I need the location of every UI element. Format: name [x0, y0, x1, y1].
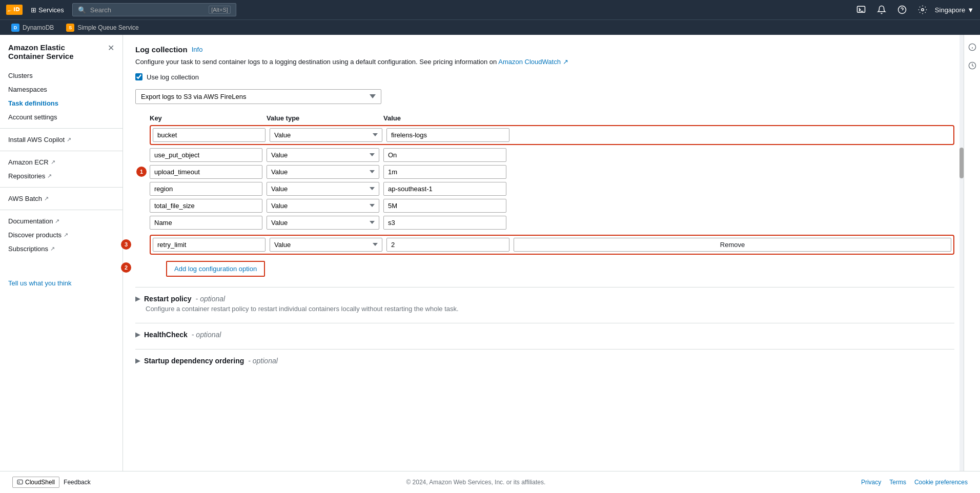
sidebar-item-aws-batch[interactable]: AWS Batch ↗	[0, 192, 122, 206]
sidebar-title-text: Amazon Elastic Container Service	[8, 43, 74, 60]
upload-timeout-value-input[interactable]	[383, 165, 506, 179]
sidebar-item-amazon-ecr[interactable]: Amazon ECR ↗	[0, 155, 122, 169]
repositories-label: Repositories	[8, 172, 45, 180]
aws-batch-label: AWS Batch	[8, 195, 42, 202]
remove-button[interactable]: Remove	[514, 238, 951, 252]
healthcheck-label: HealthCheck	[144, 331, 188, 339]
cookie-preferences-link[interactable]: Cookie preferences	[914, 479, 968, 486]
retry-limit-key-input[interactable]	[153, 238, 266, 252]
startup-dependency-header[interactable]: ▶ Startup dependency ordering - optional	[135, 357, 954, 365]
subscriptions-label: Subscriptions	[8, 245, 48, 253]
sidebar-item-discover-products[interactable]: Discover products ↗	[0, 228, 122, 242]
step1-badge: 1	[136, 167, 147, 177]
info-panel-button[interactable]	[966, 41, 978, 53]
region-button[interactable]: Singapore ▼	[935, 6, 974, 14]
retry-limit-value-type-select[interactable]: Value	[270, 238, 382, 252]
privacy-link[interactable]: Privacy	[861, 479, 881, 486]
footer-feedback-label[interactable]: Feedback	[64, 479, 91, 486]
sidebar-item-account-settings[interactable]: Account settings	[0, 110, 122, 124]
sidebar-item-clusters[interactable]: Clusters	[0, 69, 122, 83]
healthcheck-expand-icon: ▶	[135, 331, 140, 338]
search-shortcut: [Alt+S]	[209, 6, 231, 14]
terms-link[interactable]: Terms	[889, 479, 906, 486]
upload-timeout-key-input[interactable]	[150, 165, 262, 179]
step3-wrapper: 3 Value Remove	[135, 235, 954, 255]
name-key-input[interactable]	[150, 216, 262, 230]
bell-icon-button[interactable]	[873, 2, 890, 18]
log-collection-section: Log collection Info Configure your task …	[135, 45, 954, 365]
restart-policy-expand-icon: ▶	[135, 295, 140, 302]
bucket-key-input[interactable]	[153, 128, 266, 142]
retry-limit-value-input[interactable]	[386, 238, 509, 252]
total-file-size-key-input[interactable]	[150, 199, 262, 213]
sidebar-item-task-definitions[interactable]: Task definitions	[0, 96, 122, 110]
cloudwatch-link[interactable]: Amazon CloudWatch	[498, 58, 561, 66]
upload-timeout-value-type-select[interactable]: Value	[267, 165, 379, 179]
log-collection-info-link[interactable]: Info	[192, 46, 203, 53]
services-button[interactable]: ⊞ Services	[27, 4, 68, 16]
settings-icon-button[interactable]	[914, 2, 931, 18]
feedback-link[interactable]: Tell us what you think	[0, 276, 122, 290]
search-icon: 🔍	[78, 6, 86, 14]
top-navigation: ⊞ Services 🔍 [Alt+S] Singapore ▼	[0, 0, 980, 19]
use-put-object-value-type-select[interactable]: Value	[267, 148, 379, 162]
key-header: Key	[150, 114, 262, 122]
region-value-input[interactable]	[383, 182, 506, 196]
sidebar-item-install-copilot[interactable]: Install AWS Copilot ↗	[0, 133, 122, 147]
add-log-config-button[interactable]: Add log configuration option	[166, 261, 265, 277]
total-file-size-value-input[interactable]	[383, 199, 506, 213]
healthcheck-section: ▶ HealthCheck - optional	[135, 323, 954, 339]
dynamodb-tab-label: DynamoDB	[23, 24, 54, 31]
history-button[interactable]	[966, 59, 978, 72]
sidebar: Amazon Elastic Container Service ✕ Clust…	[0, 35, 123, 493]
region-value-type-select[interactable]: Value	[267, 182, 379, 196]
step1-label: 1	[140, 169, 143, 175]
documentation-label: Documentation	[8, 217, 53, 225]
use-put-object-key-input[interactable]	[150, 148, 262, 162]
bucket-row-highlighted: Value	[150, 125, 954, 145]
name-value-input[interactable]	[383, 216, 506, 230]
sidebar-item-documentation[interactable]: Documentation ↗	[0, 214, 122, 228]
bucket-value-input[interactable]	[386, 128, 509, 142]
external-link-icon-3: ↗	[47, 173, 52, 179]
sidebar-item-namespaces[interactable]: Namespaces	[0, 83, 122, 96]
right-sidebar	[964, 35, 980, 477]
search-bar[interactable]: 🔍 [Alt+S]	[72, 3, 236, 16]
bucket-value-type-select[interactable]: Value	[270, 128, 382, 142]
log-collection-title: Log collection	[135, 45, 188, 54]
kv-header: Key Value type Value	[150, 114, 954, 122]
use-log-collection-row: Use log collection	[135, 73, 954, 81]
use-put-object-row: Value	[150, 148, 954, 162]
amazon-ecr-label: Amazon ECR	[8, 158, 49, 166]
healthcheck-header[interactable]: ▶ HealthCheck - optional	[135, 331, 954, 339]
dynamodb-tab[interactable]: D DynamoDB	[6, 22, 59, 34]
restart-policy-optional: - optional	[196, 295, 226, 303]
sidebar-title: Amazon Elastic Container Service ✕	[0, 43, 122, 69]
services-label: Services	[38, 6, 64, 14]
use-put-object-value-input[interactable]	[383, 148, 506, 162]
sidebar-close-button[interactable]: ✕	[108, 43, 114, 53]
terminal-icon-button[interactable]	[853, 2, 869, 18]
help-icon-button[interactable]	[894, 2, 910, 18]
step2-label: 2	[125, 264, 128, 271]
export-select[interactable]: Export logs to S3 via AWS FireLens	[135, 89, 381, 104]
retry-limit-row-highlighted: Value Remove	[150, 235, 954, 255]
grid-icon: ⊞	[31, 6, 36, 14]
search-input[interactable]	[90, 6, 205, 14]
name-value-type-select[interactable]: Value	[267, 216, 379, 230]
total-file-size-value-type-select[interactable]: Value	[267, 199, 379, 213]
restart-policy-section: ▶ Restart policy - optional Configure a …	[135, 287, 954, 313]
scrollbar-thumb[interactable]	[959, 148, 964, 178]
upload-timeout-row: Value	[150, 165, 954, 179]
scrollbar-track[interactable]	[959, 35, 964, 477]
aws-logo[interactable]	[6, 5, 23, 15]
restart-policy-header[interactable]: ▶ Restart policy - optional	[135, 295, 954, 303]
region-key-input[interactable]	[150, 182, 262, 196]
sidebar-item-subscriptions[interactable]: Subscriptions ↗	[0, 242, 122, 256]
healthcheck-optional: - optional	[192, 331, 221, 339]
cloudshell-button[interactable]: CloudShell	[12, 477, 59, 488]
discover-products-label: Discover products	[8, 231, 62, 239]
sidebar-item-repositories[interactable]: Repositories ↗	[0, 169, 122, 183]
sqs-tab[interactable]: S Simple Queue Service	[61, 22, 144, 34]
use-log-collection-checkbox[interactable]	[135, 73, 142, 80]
